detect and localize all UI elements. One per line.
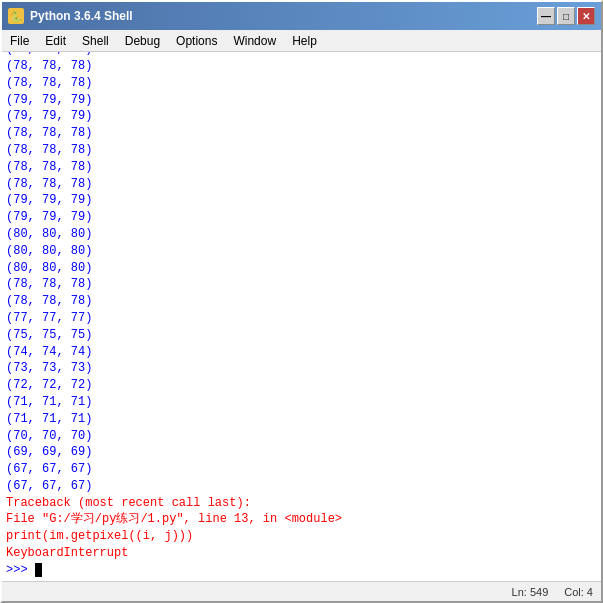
- output-line: (67, 67, 67): [6, 478, 597, 495]
- output-line: (78, 78, 78): [6, 176, 597, 193]
- shell-area: (71, 71, 71)(71, 71, 71)(70, 70, 70)(70,…: [2, 52, 601, 581]
- output-line: (74, 74, 74): [6, 344, 597, 361]
- traceback-error: KeyboardInterrupt: [6, 545, 597, 562]
- output-line: (75, 75, 75): [6, 327, 597, 344]
- output-line: (79, 79, 79): [6, 209, 597, 226]
- output-line: (78, 78, 78): [6, 75, 597, 92]
- traceback-code: print(im.getpixel((i, j))): [6, 528, 597, 545]
- menu-options[interactable]: Options: [168, 30, 225, 51]
- output-line: (67, 67, 67): [6, 461, 597, 478]
- output-line: (78, 78, 78): [6, 276, 597, 293]
- output-line: (78, 78, 78): [6, 125, 597, 142]
- output-line: (80, 80, 80): [6, 260, 597, 277]
- output-line: (78, 78, 78): [6, 58, 597, 75]
- output-line: (80, 80, 80): [6, 243, 597, 260]
- output-line: (79, 79, 79): [6, 92, 597, 109]
- traceback-file: File "G:/学习/py练习/1.py", line 13, in <mod…: [6, 511, 597, 528]
- menu-window[interactable]: Window: [225, 30, 284, 51]
- prompt-line[interactable]: >>>: [6, 562, 597, 579]
- menu-help[interactable]: Help: [284, 30, 325, 51]
- maximize-button[interactable]: □: [557, 7, 575, 25]
- output-line: (70, 70, 70): [6, 428, 597, 445]
- output-line: (71, 71, 71): [6, 394, 597, 411]
- menu-shell[interactable]: Shell: [74, 30, 117, 51]
- output-line: (69, 69, 69): [6, 444, 597, 461]
- cursor: [35, 563, 42, 577]
- close-button[interactable]: ✕: [577, 7, 595, 25]
- output-line: (78, 78, 78): [6, 142, 597, 159]
- output-line: (79, 79, 79): [6, 108, 597, 125]
- output-line: (80, 80, 80): [6, 226, 597, 243]
- minimize-button[interactable]: —: [537, 7, 555, 25]
- window-controls: — □ ✕: [537, 7, 595, 25]
- output-line: (72, 72, 72): [6, 377, 597, 394]
- app-icon: 🐍: [8, 8, 24, 24]
- shell-output[interactable]: (71, 71, 71)(71, 71, 71)(70, 70, 70)(70,…: [2, 52, 601, 581]
- main-window: 🐍 Python 3.6.4 Shell — □ ✕ File Edit She…: [0, 0, 603, 603]
- menu-file[interactable]: File: [2, 30, 37, 51]
- output-line: (78, 78, 78): [6, 293, 597, 310]
- output-line: (78, 78, 78): [6, 159, 597, 176]
- menu-bar: File Edit Shell Debug Options Window Hel…: [2, 30, 601, 52]
- menu-edit[interactable]: Edit: [37, 30, 74, 51]
- col-number: Col: 4: [564, 586, 593, 598]
- line-number: Ln: 549: [512, 586, 549, 598]
- output-line: (71, 71, 71): [6, 411, 597, 428]
- window-title: Python 3.6.4 Shell: [30, 9, 537, 23]
- menu-debug[interactable]: Debug: [117, 30, 168, 51]
- traceback-header: Traceback (most recent call last):: [6, 495, 597, 512]
- title-bar: 🐍 Python 3.6.4 Shell — □ ✕: [2, 2, 601, 30]
- output-line: (79, 79, 79): [6, 192, 597, 209]
- output-line: (77, 77, 77): [6, 310, 597, 327]
- status-bar: Ln: 549 Col: 4: [2, 581, 601, 601]
- output-line: (73, 73, 73): [6, 360, 597, 377]
